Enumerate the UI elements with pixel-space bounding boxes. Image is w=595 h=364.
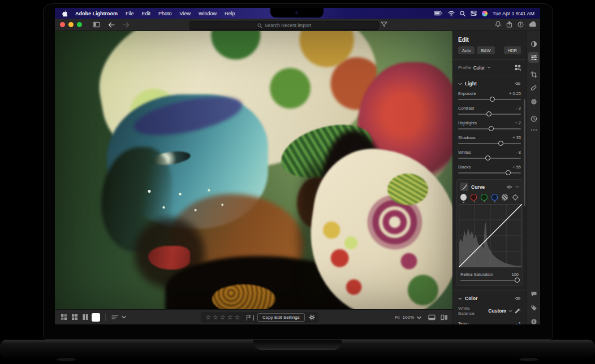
- pick-flag-icon[interactable]: [246, 315, 251, 320]
- comments-icon[interactable]: [528, 289, 539, 300]
- edit-sliders-icon[interactable]: [528, 52, 539, 63]
- apple-menu[interactable]: [55, 10, 71, 17]
- detail-view-button[interactable]: [92, 313, 100, 322]
- star-rating-1[interactable]: ☆: [205, 314, 211, 320]
- menu-view[interactable]: View: [176, 11, 195, 16]
- curve-channel-red[interactable]: [471, 194, 477, 201]
- menu-bar-clock[interactable]: Tue Apr 1 9:41 AM: [493, 11, 534, 16]
- browse-profiles-icon[interactable]: [515, 64, 521, 71]
- zoom-fit-label[interactable]: Fit: [395, 315, 400, 320]
- color-eye-icon[interactable]: [515, 296, 521, 301]
- curve-channel-blue[interactable]: [491, 194, 498, 201]
- more-options-icon[interactable]: [528, 124, 539, 135]
- zoom-chevron-icon[interactable]: [417, 316, 421, 319]
- color-chevron-icon[interactable]: [458, 297, 462, 300]
- forward-button[interactable]: [123, 22, 130, 28]
- exposure-track[interactable]: [458, 99, 521, 100]
- star-rating-4[interactable]: ☆: [227, 314, 233, 320]
- share-icon[interactable]: [506, 21, 512, 28]
- spotlight-search-icon[interactable]: [460, 11, 465, 16]
- filmstrip-toggle-icon[interactable]: [428, 314, 436, 320]
- zoom-window-button[interactable]: [77, 22, 82, 27]
- curve-channel-luminance[interactable]: [460, 194, 467, 201]
- light-chevron-icon[interactable]: [458, 83, 462, 85]
- info-icon[interactable]: [528, 316, 539, 324]
- white-balance-row[interactable]: White Balance Custom: [458, 306, 521, 316]
- search-input[interactable]: Search Recent import: [189, 21, 379, 30]
- settings-gear-icon[interactable]: [309, 314, 315, 320]
- curve-channel-parametric[interactable]: [502, 194, 508, 201]
- zoom-level-value[interactable]: 100%: [403, 315, 414, 320]
- whites-track[interactable]: [458, 158, 521, 159]
- zoom-control[interactable]: Fit 100%: [395, 310, 421, 324]
- keywords-tag-icon[interactable]: [528, 302, 539, 313]
- versions-history-icon[interactable]: [528, 113, 539, 124]
- compare-view-button[interactable]: [81, 313, 89, 322]
- shadows-knob[interactable]: [498, 141, 503, 146]
- minimize-window-button[interactable]: [68, 22, 74, 27]
- curve-eye-icon[interactable]: [506, 185, 512, 189]
- light-section-header[interactable]: Light: [458, 81, 521, 86]
- refine-saturation-track[interactable]: [460, 280, 519, 281]
- cloud-icon[interactable]: [529, 21, 537, 27]
- refine-saturation-knob[interactable]: [515, 278, 520, 283]
- filter-icon[interactable]: [381, 21, 387, 28]
- white-balance-chevron-icon[interactable]: [508, 310, 512, 313]
- presets-icon[interactable]: [528, 38, 539, 49]
- profile-chevron-icon[interactable]: [487, 66, 491, 69]
- blacks-knob[interactable]: [506, 170, 511, 175]
- panel-scrollbar[interactable]: [524, 99, 525, 206]
- star-rating-2[interactable]: ☆: [213, 314, 218, 320]
- control-center-icon[interactable]: [471, 11, 477, 16]
- whites-knob[interactable]: [485, 155, 490, 161]
- white-balance-value[interactable]: Custom: [488, 308, 506, 314]
- menu-edit[interactable]: Edit: [138, 11, 155, 16]
- star-rating-5[interactable]: ☆: [235, 314, 240, 320]
- highlights-knob[interactable]: [489, 126, 494, 131]
- curve-icon[interactable]: [460, 183, 468, 191]
- tone-curve-plot[interactable]: [459, 204, 522, 267]
- menu-app-name[interactable]: Adobe Lightroom: [71, 11, 122, 16]
- bw-button[interactable]: B&W: [477, 46, 494, 54]
- square-grid-view-button[interactable]: [70, 313, 79, 322]
- auto-button[interactable]: Auto: [458, 46, 475, 54]
- sort-icon[interactable]: [111, 313, 119, 322]
- sort-chevron-icon[interactable]: [122, 315, 126, 319]
- wifi-icon[interactable]: [448, 11, 455, 16]
- targeted-adjustment-icon[interactable]: [512, 194, 519, 201]
- sidebar-toggle-icon[interactable]: [93, 21, 100, 28]
- photo-canvas[interactable]: [55, 31, 452, 309]
- menu-file[interactable]: File: [122, 11, 138, 16]
- shadows-track[interactable]: [458, 143, 521, 144]
- sync-status-icon[interactable]: [518, 21, 524, 28]
- back-button[interactable]: [108, 22, 115, 28]
- crop-icon[interactable]: [528, 69, 539, 80]
- masking-icon[interactable]: [528, 96, 539, 107]
- highlights-track[interactable]: [458, 128, 521, 129]
- white-balance-eyedropper-icon[interactable]: [515, 308, 521, 314]
- siri-icon[interactable]: [482, 11, 488, 16]
- blacks-track[interactable]: [458, 172, 521, 174]
- profile-value[interactable]: Color: [473, 65, 485, 71]
- contrast-knob[interactable]: [486, 111, 491, 116]
- hdr-button[interactable]: HDR: [504, 46, 521, 54]
- photo-grid-view-button[interactable]: [59, 313, 68, 322]
- contrast-track[interactable]: [458, 114, 521, 115]
- star-rating-3[interactable]: ☆: [220, 314, 226, 320]
- notifications-bell-icon[interactable]: [495, 21, 501, 28]
- before-after-view-icon[interactable]: [441, 314, 448, 320]
- menu-window[interactable]: Window: [195, 11, 221, 16]
- profile-row[interactable]: Profile Color: [458, 64, 521, 71]
- curve-collapse-chevron-icon[interactable]: [515, 185, 519, 188]
- shadows-slider: Shadows+ 33: [458, 135, 521, 144]
- exposure-knob[interactable]: [490, 97, 495, 102]
- color-section-header[interactable]: Color: [458, 296, 521, 301]
- copy-edit-settings-button[interactable]: Copy Edit Settings: [257, 313, 305, 322]
- curve-channel-green[interactable]: [481, 194, 487, 201]
- menu-photo[interactable]: Photo: [154, 11, 176, 16]
- battery-icon[interactable]: [434, 11, 443, 16]
- light-eye-icon[interactable]: [515, 81, 521, 86]
- close-window-button[interactable]: [60, 22, 65, 27]
- healing-brush-icon[interactable]: [528, 83, 539, 93]
- menu-help[interactable]: Help: [221, 11, 239, 16]
